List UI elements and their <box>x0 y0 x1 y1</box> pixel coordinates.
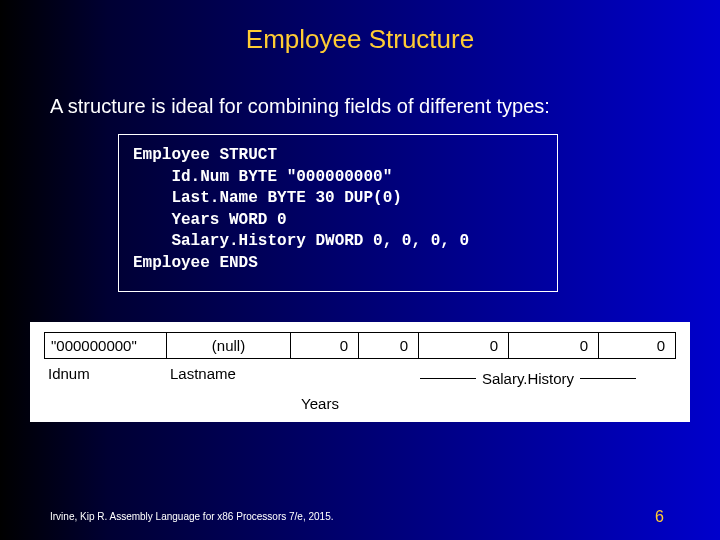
diagram-row-labels: Idnum Lastname Salary.History <box>44 365 676 387</box>
code-line: Employee ENDS <box>133 254 258 272</box>
code-box: Employee STRUCT Id.Num BYTE "000000000" … <box>118 134 558 292</box>
code-line: Last.Name BYTE 30 DUP(0) <box>133 189 402 207</box>
struct-diagram: "000000000" (null) 0 0 0 0 0 Idnum Lastn… <box>30 322 690 422</box>
diagram-row-values: "000000000" (null) 0 0 0 0 0 <box>44 332 676 359</box>
diagram-row-years: Years <box>44 395 676 412</box>
cell-salary-2: 0 <box>509 333 599 358</box>
code-line: Salary.History DWORD 0, 0, 0, 0 <box>133 232 469 250</box>
code-block: Employee STRUCT Id.Num BYTE "000000000" … <box>133 145 543 275</box>
label-years: Years <box>301 395 339 412</box>
slide-title: Employee Structure <box>0 0 720 55</box>
code-line: Id.Num BYTE "000000000" <box>133 168 392 186</box>
cell-idnum-value: "000000000" <box>45 333 167 358</box>
page-number: 6 <box>655 508 664 526</box>
label-lastname: Lastname <box>166 365 290 387</box>
code-line: Years WORD 0 <box>133 211 287 229</box>
label-salary-group: Salary.History <box>290 365 676 387</box>
line-left-icon <box>420 378 476 379</box>
line-right-icon <box>580 378 636 379</box>
label-idnum: Idnum <box>44 365 166 387</box>
label-salaryhistory: Salary.History <box>482 370 574 387</box>
cell-salary-1: 0 <box>419 333 509 358</box>
code-line: Employee STRUCT <box>133 146 277 164</box>
cell-salary-3: 0 <box>599 333 675 358</box>
intro-text: A structure is ideal for combining field… <box>50 95 720 118</box>
cell-salary-0: 0 <box>359 333 419 358</box>
footer-citation: Irvine, Kip R. Assembly Language for x86… <box>50 511 334 522</box>
cell-years-value: 0 <box>291 333 359 358</box>
cell-lastname-value: (null) <box>167 333 291 358</box>
